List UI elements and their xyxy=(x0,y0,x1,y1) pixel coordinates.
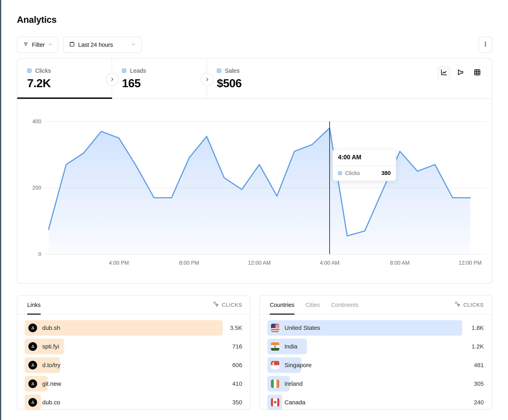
row-value: 1.2K xyxy=(471,343,484,350)
line-chart-icon xyxy=(440,69,448,77)
chart-tooltip: 4:00 AM Clicks 380 xyxy=(332,149,396,181)
flag-ie-icon xyxy=(271,380,279,388)
tooltip-series-label: Clicks xyxy=(345,170,378,176)
x-axis-tick: 12:00 AM xyxy=(248,260,270,266)
flag-sg-icon xyxy=(271,361,279,369)
filter-button[interactable]: Filter xyxy=(17,37,58,53)
countries-metric-label: CLICKS xyxy=(463,302,484,308)
more-options-button[interactable] xyxy=(479,37,492,53)
countries-panel: CountriesCitiesContinents CLICKS United … xyxy=(260,295,492,410)
countries-tabs: CountriesCitiesContinents xyxy=(270,296,359,314)
row-value: 606 xyxy=(232,362,242,369)
stat-next-chevron-button[interactable] xyxy=(106,73,119,86)
row-label: Singapore xyxy=(284,362,312,369)
row-label: Canada xyxy=(284,399,305,406)
list-item-canada[interactable]: Canada240 xyxy=(267,395,484,410)
row-label: India xyxy=(284,343,297,350)
row-value: 1.8K xyxy=(471,325,484,331)
y-axis-tick-400: 400 xyxy=(23,118,41,125)
dub-logo-icon xyxy=(28,398,37,407)
x-axis-tick: 4:00 AM xyxy=(320,260,339,266)
dub-logo-icon xyxy=(28,342,37,351)
row-value: 240 xyxy=(474,399,484,406)
leads-legend-chip xyxy=(122,69,126,73)
chevron-down-icon xyxy=(131,42,136,48)
tooltip-time: 4:00 AM xyxy=(333,149,396,166)
stat-label: Sales xyxy=(225,67,240,74)
grid-table-icon xyxy=(473,69,481,77)
list-item-dub-co[interactable]: dub.co350 xyxy=(25,395,242,410)
links-metric-selector[interactable]: CLICKS xyxy=(213,301,242,309)
row-label: git.new xyxy=(42,380,61,387)
stat-tab-sales[interactable]: Sales$506 xyxy=(207,59,302,98)
row-label: spti.fyi xyxy=(42,343,59,350)
row-label: United States xyxy=(284,325,320,331)
date-range-label: Last 24 hours xyxy=(78,42,113,48)
stat-tab-leads[interactable]: Leads165 xyxy=(112,59,207,98)
tab-label: Countries xyxy=(270,302,294,308)
analytics-card: Clicks7.2KLeads165Sales$506 xyxy=(17,58,492,284)
edge-strip xyxy=(0,0,1,420)
x-axis-tick: 8:00 AM xyxy=(390,260,410,266)
clicks-legend-chip xyxy=(338,171,342,175)
funnel-icon xyxy=(457,69,464,77)
kebab-menu-icon xyxy=(482,41,488,49)
row-value: 716 xyxy=(232,343,242,350)
flag-in-icon xyxy=(271,342,279,351)
list-item-india[interactable]: India1.2K xyxy=(267,339,484,354)
sales-legend-chip xyxy=(217,69,221,73)
filter-icon xyxy=(23,41,29,49)
links-list: dub.sh3.5Kspti.fyi716d.to/try606git.new4… xyxy=(17,315,250,410)
row-label: Ireland xyxy=(284,380,303,387)
row-label: dub.sh xyxy=(42,325,60,331)
stat-tabs: Clicks7.2KLeads165Sales$506 xyxy=(17,59,492,99)
chart-type-switcher xyxy=(437,66,484,79)
list-item-united-states[interactable]: United States1.8K xyxy=(267,320,484,336)
row-label: d.to/try xyxy=(42,362,60,369)
calendar-icon xyxy=(69,41,75,49)
toolbar: Filter Last 24 hours xyxy=(17,37,492,53)
tooltip-value: 380 xyxy=(381,170,391,176)
countries-metric-selector[interactable]: CLICKS xyxy=(455,301,484,309)
stat-value: 165 xyxy=(122,76,207,90)
clicks-legend-chip xyxy=(27,69,31,73)
funnel-view-button[interactable] xyxy=(454,66,467,79)
table-view-button[interactable] xyxy=(471,66,484,79)
row-value: 350 xyxy=(232,399,242,406)
stat-next-chevron-button[interactable] xyxy=(201,73,214,86)
tab-links[interactable]: Links xyxy=(27,296,41,314)
tab-label: Continents xyxy=(331,302,359,308)
date-range-button[interactable]: Last 24 hours xyxy=(63,37,142,53)
row-label: dub.co xyxy=(42,399,60,406)
list-item-ireland[interactable]: Ireland305 xyxy=(267,376,484,391)
list-item-d-to-try[interactable]: d.to/try606 xyxy=(25,357,242,373)
stat-value: 7.2K xyxy=(27,76,112,90)
active-tab-underline xyxy=(17,97,112,99)
y-axis-tick-0: 0 xyxy=(23,251,41,257)
chevron-down-icon xyxy=(48,42,52,48)
x-axis-tick: 8:00 PM xyxy=(179,260,199,266)
cursor-click-icon xyxy=(213,301,219,309)
tab-continents[interactable]: Continents xyxy=(331,296,359,314)
list-item-dub-sh[interactable]: dub.sh3.5K xyxy=(25,320,242,336)
tab-countries[interactable]: Countries xyxy=(270,296,294,314)
stat-tab-clicks[interactable]: Clicks7.2K xyxy=(17,59,112,98)
row-value: 481 xyxy=(474,362,484,369)
stat-label: Clicks xyxy=(35,67,51,74)
filter-button-label: Filter xyxy=(32,42,45,48)
y-axis-tick-200: 200 xyxy=(23,185,41,191)
list-item-spti-fyi[interactable]: spti.fyi716 xyxy=(25,339,242,354)
row-value: 3.5K xyxy=(230,325,242,331)
page-title: Analytics xyxy=(17,14,57,25)
analytics-page: Analytics Filter Last 24 hours xyxy=(0,0,508,420)
stat-value: $506 xyxy=(217,76,302,90)
tab-cities[interactable]: Cities xyxy=(306,296,320,314)
row-value: 410 xyxy=(232,380,242,387)
row-value: 305 xyxy=(474,380,484,387)
links-panel: Links CLICKS dub.sh3.5Kspti.fyi716d.to/t… xyxy=(17,295,251,410)
line-chart-view-button[interactable] xyxy=(437,66,450,79)
list-item-singapore[interactable]: Singapore481 xyxy=(267,357,484,373)
list-item-git-new[interactable]: git.new410 xyxy=(25,376,242,391)
x-axis-tick: 12:00 PM xyxy=(459,260,482,266)
tab-links-label: Links xyxy=(27,302,41,308)
